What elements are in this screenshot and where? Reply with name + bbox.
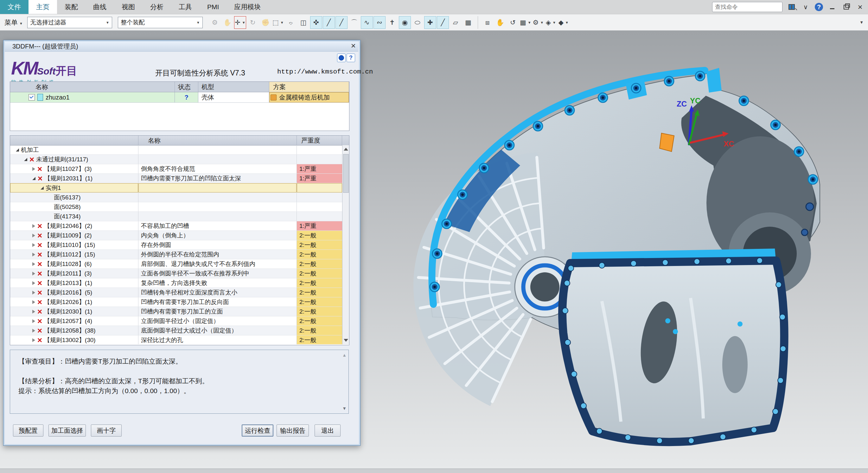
rotate-point-icon[interactable]: ↻ [247,16,259,29]
menu-button[interactable]: 菜单▼ [0,18,27,27]
toolbar-overflow-icon[interactable]: ▼ [860,20,864,25]
tree-row[interactable]: 【规则12046】(2)不容易加工的凹槽1:严重 [10,221,342,231]
tree-row[interactable]: 【规则11010】(15)存在外倒圆2:一般 [10,240,342,250]
close-icon[interactable]: × [855,3,865,11]
face-select-button[interactable]: 加工面选择 [49,424,86,437]
detail-scroll-up-icon[interactable]: ▲ [342,353,347,358]
expand-icon[interactable] [32,272,35,275]
tree-row[interactable]: 【规则11027】(3)倒角角度不符合规范1:严重 [10,164,342,174]
expand-icon[interactable] [32,319,35,323]
assembly-gear-icon[interactable]: ⚙▼ [532,16,544,29]
tab-2[interactable]: 曲线 [86,0,114,14]
col-name[interactable]: 名称 [10,82,175,92]
col-plan[interactable]: 方案 [269,82,349,92]
tab-1[interactable]: 装配 [57,0,86,14]
tree-row[interactable]: 【规则12016】(5)凹槽转角半径相对立面深度而言太小2:一般 [10,288,342,297]
solid-box-icon[interactable]: ◈▼ [545,16,557,29]
expand-icon[interactable] [32,224,35,228]
tree-row[interactable]: 【规则12031】(1)凹槽内需要T形刀加工的凹陷立面太深1:严重 [10,174,342,183]
collapse-icon[interactable] [24,158,27,161]
search-input[interactable] [712,4,791,10]
fillet-curve-icon[interactable]: ⌒ [348,16,360,29]
line-icon[interactable]: ╱ [336,16,347,29]
tab-home[interactable]: 主页 [29,0,57,14]
tree-row[interactable]: 【规则12058】(38)底面倒圆半径过大或过小（固定值）2:一般 [10,326,342,335]
minimize-icon[interactable] [828,3,837,11]
expand-icon[interactable] [32,281,35,285]
expand-icon[interactable] [32,243,35,247]
axis-icon[interactable]: ✝ [386,16,398,29]
tree-col-severity[interactable]: 严重度 [297,136,342,145]
studio-spline-icon[interactable]: ∾ [373,16,385,29]
part-checkbox[interactable] [29,94,35,100]
tree-col-name[interactable]: 名称 [138,136,297,145]
expand-icon[interactable] [32,291,35,295]
col-machine-type[interactable]: 机型 [198,82,269,92]
scroll-down-icon[interactable] [344,339,348,342]
search-icon[interactable] [791,4,792,9]
cylinder-icon[interactable]: ⌔ [285,16,297,29]
window-capture-icon[interactable]: ⧈ [482,16,494,29]
preset-button[interactable]: 预配置 [13,424,43,437]
expand-icon[interactable] [32,329,35,332]
part-row[interactable]: zhuzao1 ? 壳体 金属模铸造后机加 [10,92,349,103]
tree-row[interactable]: 【规则13002】(30)深径比过大的孔2:一般 [10,335,342,344]
dialog-close-icon[interactable]: × [351,41,356,51]
box-3d-icon[interactable]: ◫ [298,16,310,29]
tree-row[interactable]: 【规则11028】(6)肩部倒圆、退刀槽缺失或尺寸不在系列值内2:一般 [10,259,342,269]
tree-row[interactable]: 【规则11009】(2)内尖角（倒角上）2:一般 [10,231,342,240]
tab-5[interactable]: 工具 [171,0,199,14]
part-plan[interactable]: 金属模铸造后机加 [269,92,349,102]
command-search[interactable] [712,2,782,12]
tree-row[interactable]: 面(50258) [10,202,342,212]
model-3d[interactable]: ZC YC XC [361,30,868,469]
export-report-button[interactable]: 输出报告 [277,424,309,437]
scroll-up-icon[interactable] [344,148,348,151]
tree-row[interactable]: 【规则12057】(4)立面倒圆半径过小（固定值）2:一般 [10,316,342,326]
circle-icon[interactable]: ◉ [399,16,411,29]
tree-row[interactable]: 面(41734) [10,212,342,221]
expand-icon[interactable] [32,234,35,237]
dialog-titlebar[interactable]: 3DDFM--- (超级管理员) [5,41,358,52]
slash-line-icon[interactable]: ╱ [437,16,449,29]
tree-row[interactable]: 【规则12026】(1)凹槽内有需要T形刀加工的反向面2:一般 [10,297,342,307]
exit-button[interactable]: 退出 [315,424,341,437]
expand-icon[interactable] [32,262,35,266]
tree-row[interactable]: 【规则12013】(1)复杂凹槽，方向选择失败2:一般 [10,278,342,288]
tab-3[interactable]: 视图 [114,0,143,14]
help-icon[interactable]: ? [815,3,823,11]
cross-icon[interactable]: ✚ [424,16,436,29]
line-endpoint-icon[interactable]: ╱ [323,16,335,29]
spline-icon[interactable]: ∿ [361,16,373,29]
scroll-thumb[interactable] [343,154,349,193]
tree-row[interactable]: 【规则12011】(3)立面各倒圆半径不一致或不在推荐系列中2:一般 [10,269,342,278]
marquee-select-icon[interactable]: ⬚▼ [272,16,284,29]
expand-icon[interactable] [32,167,35,171]
refresh-icon[interactable]: ↺ [507,16,519,29]
expand-icon[interactable] [32,253,35,257]
sheet-icon[interactable]: ▱ [450,16,462,29]
minimize-ribbon-icon[interactable]: ∨ [801,3,810,11]
diamond-icon[interactable]: ◆▼ [558,16,569,29]
tree-row[interactable]: 机加工 [10,145,342,155]
gear-pair-icon[interactable]: ⚙ [209,16,221,29]
collapse-icon[interactable] [16,148,19,151]
tab-file[interactable]: 文件 [0,0,29,14]
snap-point-icon[interactable]: ✛▼ [234,16,246,29]
ellipse-icon[interactable]: ⬭ [411,16,424,29]
tab-4[interactable]: 分析 [143,0,171,14]
tab-6[interactable]: PMI [199,0,226,14]
tree-row[interactable]: 面(56137) [10,193,342,202]
grid-table-icon[interactable]: ▦ [462,16,474,29]
tree-row[interactable]: 【规则11012】(15)外倒圆的半径不在给定范围内2:一般 [10,250,342,259]
selection-filter-combo[interactable]: 无选择过滤器▼ [27,17,112,28]
hand-filter-icon[interactable]: ✋ [221,16,234,29]
col-status[interactable]: 状态 [175,82,198,92]
draw-cross-button[interactable]: 画十字 [91,424,122,437]
collapse-icon[interactable] [32,177,35,180]
tab-7[interactable]: 应用模块 [226,0,268,14]
expand-icon[interactable] [32,338,35,342]
point-dialog-icon[interactable]: ✜ [310,16,322,29]
layout-grid-icon[interactable]: ▦▼ [520,16,532,29]
drag-hand-icon[interactable]: ✊ [259,16,272,29]
